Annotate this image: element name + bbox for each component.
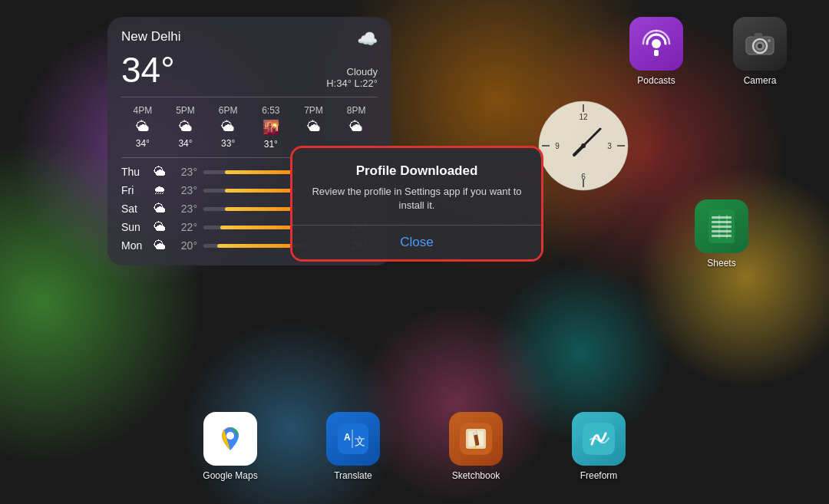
alert-message: Review the profile in Settings app if yo… [308,185,526,212]
alert-close-button[interactable]: Close [292,226,541,259]
alert-border: Profile Downloaded Review the profile in… [290,146,543,262]
alert-title: Profile Downloaded [308,163,526,179]
alert-body: Profile Downloaded Review the profile in… [292,148,541,225]
alert-dialog: Profile Downloaded Review the profile in… [292,148,541,259]
alert-overlay: Profile Downloaded Review the profile in… [0,0,829,504]
